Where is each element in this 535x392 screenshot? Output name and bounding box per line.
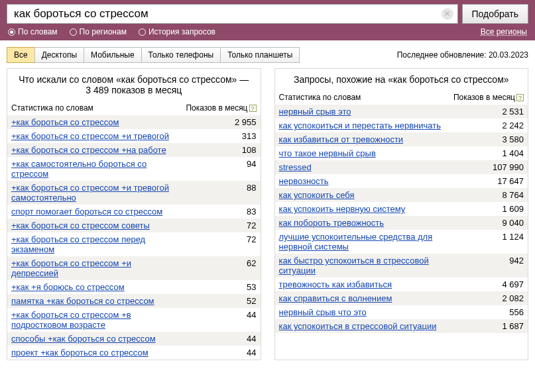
rows-left: +как бороться со стрессом2 955+как борот… xyxy=(7,115,261,360)
table-row: как успокоить себя8 764 xyxy=(275,188,528,202)
col-query-header: Статистика по словам xyxy=(279,93,445,102)
table-row: как успокоиться и перестать нервничать2 … xyxy=(275,119,528,132)
table-row: лучшие успокоительные средства для нервн… xyxy=(275,230,528,254)
radio-label: История запросов xyxy=(149,27,215,36)
count-cell: 72 xyxy=(177,234,257,244)
query-link[interactable]: +как +я борюсь со стрессом xyxy=(11,282,125,292)
table-row: спорт помогает бороться со стрессом83 xyxy=(7,205,261,219)
query-cell: +как бороться со стрессом +и тревогой xyxy=(11,131,177,141)
query-link[interactable]: +как бороться со стрессом +и тревогой xyxy=(11,131,169,141)
all-regions-link[interactable]: Все регионы xyxy=(481,27,527,36)
count-cell: 2 955 xyxy=(177,117,257,127)
count-cell: 1 609 xyxy=(444,204,524,214)
table-header: Статистика по словам Показов в месяц? xyxy=(275,90,528,105)
tab-Только планшеты[interactable]: Только планшеты xyxy=(220,47,300,63)
table-row: тревожность как избавиться4 697 xyxy=(275,277,528,291)
tab-Десктопы[interactable]: Десктопы xyxy=(34,47,84,63)
query-link[interactable]: +как бороться со стрессом перед экзамено… xyxy=(11,234,145,254)
query-link[interactable]: как успокоиться в стрессовой ситуации xyxy=(279,321,437,331)
query-link[interactable]: что такое нервный срыв xyxy=(279,148,376,158)
table-row: +как бороться со стрессом перед экзамено… xyxy=(7,232,261,256)
help-icon[interactable]: ? xyxy=(516,94,524,101)
query-cell: способы +как бороться со стрессом xyxy=(11,334,177,344)
query-link[interactable]: способы +как бороться со стрессом xyxy=(11,334,156,344)
radio-mark-icon xyxy=(139,28,146,36)
query-link[interactable]: как справиться с волнением xyxy=(279,293,392,303)
table-row: памятка +как бороться со стрессом52 xyxy=(7,294,261,308)
query-link[interactable]: нервный срыв что это xyxy=(279,307,367,317)
query-link[interactable]: stressed xyxy=(279,162,312,172)
query-link[interactable]: тревожность как избавиться xyxy=(279,279,392,289)
table-row: stressed107 990 xyxy=(275,160,528,174)
count-cell: 1 404 xyxy=(444,148,524,158)
query-link[interactable]: спорт помогает бороться со стрессом xyxy=(11,207,162,217)
query-link[interactable]: проект +как бороться со стрессом xyxy=(11,348,149,358)
table-row: +как +я борюсь со стрессом53 xyxy=(7,280,261,294)
panel-similar: Запросы, похожие на «как бороться со стр… xyxy=(274,68,529,360)
query-cell: как справиться с волнением xyxy=(279,293,445,303)
count-cell: 108 xyxy=(177,145,257,155)
query-cell: нервный срыв это xyxy=(279,107,445,117)
panel-with-word: Что искали со словом «как бороться со ст… xyxy=(7,68,261,360)
query-link[interactable]: +как бороться со стрессом +и тревогой са… xyxy=(11,183,169,203)
query-cell: как успокоиться в стрессовой ситуации xyxy=(279,321,445,331)
query-link[interactable]: как успокоиться и перестать нервничать xyxy=(279,121,441,130)
query-cell: +как бороться со стрессом +на работе xyxy=(11,145,177,155)
query-link[interactable]: нервозность xyxy=(279,176,329,186)
count-cell: 4 697 xyxy=(444,279,524,289)
query-link[interactable]: +как бороться со стрессом +на работе xyxy=(11,145,166,155)
query-link[interactable]: +как бороться со стрессом +в подростково… xyxy=(11,310,131,330)
col-count-header: Показов в месяц? xyxy=(177,103,257,113)
submit-button[interactable]: Подобрать xyxy=(462,4,529,24)
count-cell: 556 xyxy=(444,307,524,317)
tab-Все[interactable]: Все xyxy=(7,47,35,63)
table-row: +как самостоятельно бороться со стрессом… xyxy=(7,157,261,181)
query-link[interactable]: +как бороться со стрессом +и депрессией xyxy=(11,258,131,278)
radio-label: По словам xyxy=(18,27,58,36)
search-header: × Подобрать По словамПо регионамИстория … xyxy=(0,0,535,40)
count-cell: 44 xyxy=(177,334,257,344)
query-link[interactable]: +как бороться со стрессом советы xyxy=(11,220,150,230)
count-cell: 52 xyxy=(177,296,257,306)
query-cell: как успокоиться и перестать нервничать xyxy=(279,121,445,130)
query-cell: +как бороться со стрессом +и депрессией xyxy=(11,258,177,278)
table-row: нервный срыв это2 531 xyxy=(275,105,528,119)
query-cell: как быстро успокоиться в стрессовой ситу… xyxy=(279,256,445,275)
query-cell: как успокоить нервную систему xyxy=(279,204,445,214)
count-cell: 72 xyxy=(177,220,257,230)
group-by-radios: По словамПо регионамИстория запросов xyxy=(8,27,215,36)
query-link[interactable]: памятка +как бороться со стрессом xyxy=(11,296,154,306)
query-cell: спорт помогает бороться со стрессом xyxy=(11,207,177,217)
help-icon[interactable]: ? xyxy=(249,105,257,112)
query-cell: +как самостоятельно бороться со стрессом xyxy=(11,159,177,179)
tab-Только телефоны[interactable]: Только телефоны xyxy=(141,47,221,63)
query-link[interactable]: как успокоить нервную систему xyxy=(279,204,406,214)
query-cell: +как бороться со стрессом +и тревогой са… xyxy=(11,183,177,203)
search-input[interactable] xyxy=(13,7,438,21)
radio-По регионам[interactable]: По регионам xyxy=(70,27,127,36)
query-link[interactable]: как быстро успокоиться в стрессовой ситу… xyxy=(279,256,429,275)
radio-mark-icon xyxy=(70,28,77,36)
count-cell: 942 xyxy=(444,256,524,266)
count-cell: 313 xyxy=(177,131,257,141)
query-link[interactable]: как избавиться от тревожности xyxy=(279,134,404,144)
query-cell: что такое нервный срыв xyxy=(279,148,445,158)
query-link[interactable]: +как самостоятельно бороться со стрессом xyxy=(11,159,147,179)
radio-По словам[interactable]: По словам xyxy=(8,27,58,36)
col-query-header: Статистика по словам xyxy=(11,103,177,113)
radio-mark-icon xyxy=(8,28,15,36)
panel-title: Что искали со словом «как бороться со ст… xyxy=(7,69,261,101)
clear-icon[interactable]: × xyxy=(442,8,453,20)
query-link[interactable]: +как бороться со стрессом xyxy=(11,117,119,127)
query-link[interactable]: нервный срыв это xyxy=(279,107,351,117)
count-cell: 94 xyxy=(177,159,257,169)
rows-right: нервный срыв это2 531как успокоиться и п… xyxy=(275,105,528,333)
panel-title: Запросы, похожие на «как бороться со стр… xyxy=(275,69,528,90)
query-link[interactable]: как побороть тревожность xyxy=(279,218,385,228)
query-link[interactable]: как успокоить себя xyxy=(279,190,355,200)
radio-История запросов[interactable]: История запросов xyxy=(139,27,215,36)
table-header: Статистика по словам Показов в месяц? xyxy=(7,101,261,115)
query-link[interactable]: лучшие успокоительные средства для нервн… xyxy=(279,232,433,252)
count-cell: 17 647 xyxy=(444,176,524,186)
tab-Мобильные[interactable]: Мобильные xyxy=(84,47,142,63)
